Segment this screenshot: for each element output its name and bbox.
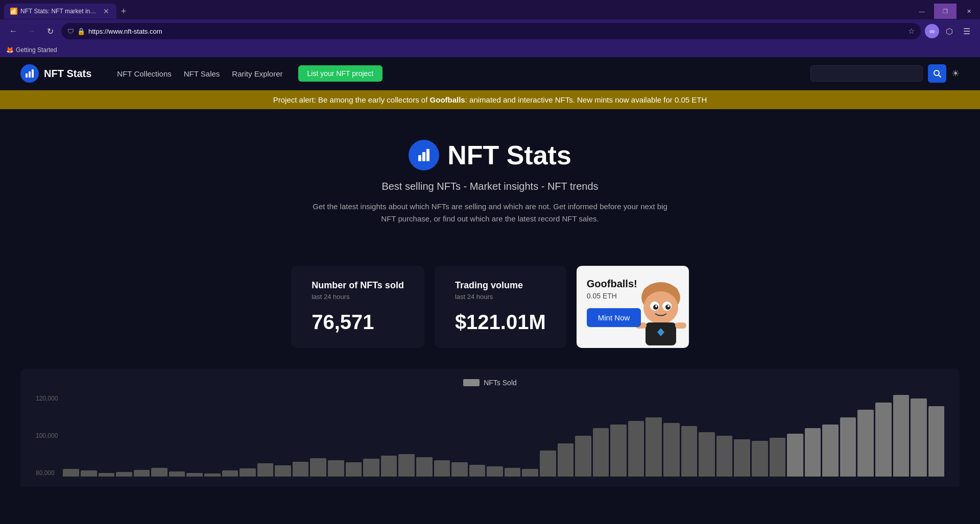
chart-bar	[222, 470, 238, 477]
chart-bar	[875, 403, 892, 477]
menu-button[interactable]: ☰	[960, 24, 974, 38]
svg-line-4	[939, 75, 941, 77]
chart-bar	[169, 471, 185, 477]
logo-bar-2	[29, 71, 31, 78]
chart-bar	[540, 451, 556, 477]
nav-link-collections[interactable]: NFT Collections	[117, 69, 171, 78]
theme-toggle-button[interactable]: ☀	[951, 68, 960, 79]
tab-bar: NFT Stats: NFT market insights, ✕ + — ❐ …	[0, 0, 980, 19]
svg-point-14	[667, 305, 670, 307]
stat-card-sold: Number of NFTs sold last 24 hours 76,571	[291, 266, 424, 348]
chart-bar	[310, 458, 326, 477]
new-tab-button[interactable]: +	[116, 4, 131, 18]
chart-bar	[522, 469, 538, 477]
chart-bar	[469, 465, 486, 477]
active-tab[interactable]: NFT Stats: NFT market insights, ✕	[4, 4, 116, 19]
search-icon	[933, 69, 941, 78]
chart-bar	[363, 459, 379, 477]
svg-point-13	[655, 305, 657, 307]
stat-sublabel-volume: last 24 hours	[455, 293, 546, 301]
tab-title: NFT Stats: NFT market insights,	[20, 8, 99, 15]
stat-value-volume: $121.01M	[455, 311, 546, 334]
hero-description: Get the latest insights about which NFTs…	[312, 201, 669, 225]
nav-link-sales[interactable]: NFT Sales	[184, 69, 220, 78]
logo-icon	[20, 64, 39, 83]
chart-bar	[487, 466, 503, 477]
chart-bar	[381, 456, 397, 477]
star-icon[interactable]: ☆	[908, 27, 915, 36]
chart-bar	[575, 436, 591, 477]
tab-close-button[interactable]: ✕	[102, 7, 110, 15]
infinity-button[interactable]: ∞	[925, 24, 939, 38]
hero-section: NFT Stats Best selling NFTs - Market ins…	[0, 109, 980, 266]
chart-bar	[752, 441, 768, 477]
mint-now-button[interactable]: Mint Now	[587, 308, 641, 327]
chart-bar	[451, 462, 468, 477]
chart-bar	[346, 462, 362, 477]
chart-bar	[505, 468, 521, 477]
nav-logo[interactable]: NFT Stats	[20, 64, 91, 83]
promo-price: 0.05 ETH	[587, 292, 617, 300]
reload-button[interactable]: ↻	[43, 24, 57, 38]
chart-bar	[151, 468, 168, 477]
minimize-button[interactable]: —	[911, 4, 933, 19]
chart-legend: NFTs Sold	[36, 379, 944, 387]
promo-name: Goofballs!	[587, 278, 637, 290]
main-nav: NFT Stats NFT Collections NFT Sales Rari…	[0, 57, 980, 90]
svg-rect-18	[675, 322, 686, 329]
chart-bar	[911, 398, 927, 477]
nav-link-rarity[interactable]: Rarity Explorer	[232, 69, 282, 78]
logo-bar-1	[26, 73, 28, 78]
address-bar-container[interactable]: 🛡 🔒 ☆	[61, 23, 921, 39]
chart-bar	[186, 473, 203, 477]
address-input[interactable]	[88, 28, 905, 35]
chart-bar	[240, 468, 256, 477]
hero-subtitle: Best selling NFTs - Market insights - NF…	[20, 181, 960, 192]
hero-logo: NFT Stats	[20, 140, 960, 170]
chart-bar	[716, 436, 733, 477]
search-input[interactable]	[810, 65, 923, 82]
getting-started-bookmark[interactable]: 🦊 Getting Started	[6, 46, 57, 54]
chart-bar	[663, 423, 680, 477]
legend-box	[463, 379, 480, 386]
chart-bar	[204, 473, 221, 477]
stats-row: Number of NFTs sold last 24 hours 76,571…	[0, 266, 980, 368]
pocket-button[interactable]: ⬡	[942, 24, 957, 38]
chart-bar	[628, 421, 644, 477]
shield-icon: 🛡	[67, 28, 74, 35]
svg-rect-0	[11, 11, 12, 14]
website: NFT Stats NFT Collections NFT Sales Rari…	[0, 57, 980, 524]
chart-bar	[893, 395, 910, 477]
promo-card: Goofballs! 0.05 ETH Mint Now	[577, 266, 689, 348]
chart-bars	[63, 395, 944, 477]
chart-bar	[434, 460, 450, 477]
promo-avatar	[633, 280, 689, 348]
back-button[interactable]: ←	[6, 24, 20, 38]
logo-bar-3	[32, 69, 34, 78]
chart-bar	[770, 438, 786, 477]
hero-logo-icon	[409, 140, 439, 170]
chart-bar	[81, 470, 97, 477]
bookmarks-bar: 🦊 Getting Started	[0, 43, 980, 57]
hero-bar-1	[418, 155, 421, 161]
search-button[interactable]	[928, 64, 946, 83]
list-nft-button[interactable]: List your NFT project	[298, 65, 383, 82]
y-label-120k: 120,000	[36, 395, 58, 402]
hero-title: NFT Stats	[447, 140, 571, 170]
svg-rect-2	[14, 9, 15, 14]
chart-bar	[134, 470, 150, 477]
window-controls: — ❐ ✕	[911, 4, 980, 19]
chart-bar	[293, 462, 309, 477]
chart-bar	[681, 426, 698, 477]
logo-bars	[26, 69, 34, 78]
chart-bar	[416, 457, 433, 477]
tab-favicon	[10, 8, 17, 15]
chart-y-labels: 120,000 100,000 80,000	[36, 395, 58, 477]
close-button[interactable]: ✕	[958, 4, 980, 19]
chart-bar	[840, 417, 856, 477]
nav-search: ☀	[810, 64, 960, 83]
maximize-button[interactable]: ❐	[934, 4, 957, 19]
browser-controls: ← → ↻ 🛡 🔒 ☆ ∞ ⬡ ☰	[0, 19, 980, 43]
forward-button[interactable]: →	[25, 24, 39, 38]
y-label-100k: 100,000	[36, 432, 58, 439]
